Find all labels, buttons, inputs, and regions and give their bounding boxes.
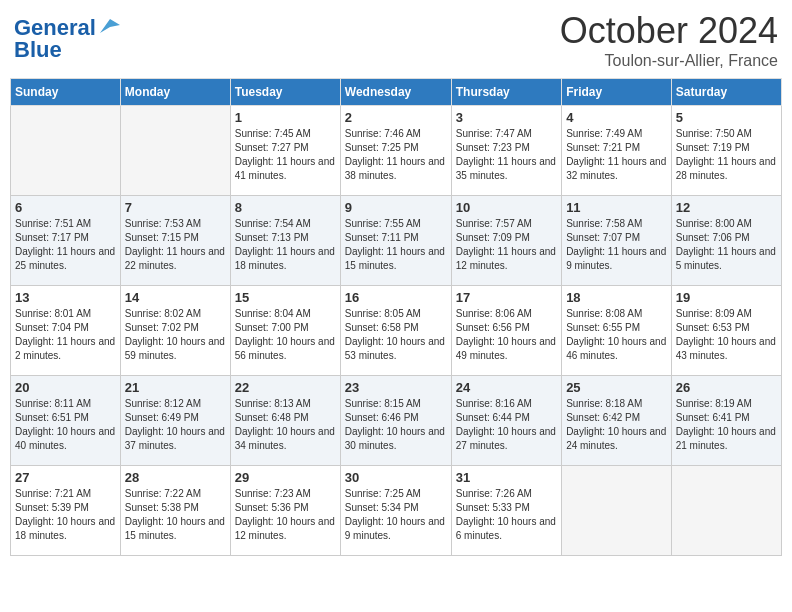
calendar-header-row: SundayMondayTuesdayWednesdayThursdayFrid…	[11, 79, 782, 106]
day-number: 15	[235, 290, 336, 305]
day-number: 10	[456, 200, 557, 215]
calendar-cell: 5Sunrise: 7:50 AMSunset: 7:19 PMDaylight…	[671, 106, 781, 196]
day-info: Sunrise: 8:09 AMSunset: 6:53 PMDaylight:…	[676, 307, 777, 363]
location: Toulon-sur-Allier, France	[560, 52, 778, 70]
day-info: Sunrise: 8:16 AMSunset: 6:44 PMDaylight:…	[456, 397, 557, 453]
day-number: 29	[235, 470, 336, 485]
calendar-cell: 7Sunrise: 7:53 AMSunset: 7:15 PMDaylight…	[120, 196, 230, 286]
calendar-cell: 30Sunrise: 7:25 AMSunset: 5:34 PMDayligh…	[340, 466, 451, 556]
day-info: Sunrise: 8:02 AMSunset: 7:02 PMDaylight:…	[125, 307, 226, 363]
day-info: Sunrise: 8:12 AMSunset: 6:49 PMDaylight:…	[125, 397, 226, 453]
day-info: Sunrise: 7:55 AMSunset: 7:11 PMDaylight:…	[345, 217, 447, 273]
calendar-cell: 8Sunrise: 7:54 AMSunset: 7:13 PMDaylight…	[230, 196, 340, 286]
calendar-cell: 26Sunrise: 8:19 AMSunset: 6:41 PMDayligh…	[671, 376, 781, 466]
day-info: Sunrise: 7:47 AMSunset: 7:23 PMDaylight:…	[456, 127, 557, 183]
calendar-week-row: 6Sunrise: 7:51 AMSunset: 7:17 PMDaylight…	[11, 196, 782, 286]
calendar-cell: 20Sunrise: 8:11 AMSunset: 6:51 PMDayligh…	[11, 376, 121, 466]
calendar-cell: 14Sunrise: 8:02 AMSunset: 7:02 PMDayligh…	[120, 286, 230, 376]
calendar-cell	[562, 466, 672, 556]
day-info: Sunrise: 7:49 AMSunset: 7:21 PMDaylight:…	[566, 127, 667, 183]
day-info: Sunrise: 8:00 AMSunset: 7:06 PMDaylight:…	[676, 217, 777, 273]
calendar-cell: 1Sunrise: 7:45 AMSunset: 7:27 PMDaylight…	[230, 106, 340, 196]
day-number: 23	[345, 380, 447, 395]
calendar-cell: 12Sunrise: 8:00 AMSunset: 7:06 PMDayligh…	[671, 196, 781, 286]
day-info: Sunrise: 8:08 AMSunset: 6:55 PMDaylight:…	[566, 307, 667, 363]
day-info: Sunrise: 8:06 AMSunset: 6:56 PMDaylight:…	[456, 307, 557, 363]
day-number: 24	[456, 380, 557, 395]
day-number: 19	[676, 290, 777, 305]
calendar-cell: 19Sunrise: 8:09 AMSunset: 6:53 PMDayligh…	[671, 286, 781, 376]
calendar-cell	[671, 466, 781, 556]
title-block: October 2024 Toulon-sur-Allier, France	[560, 10, 778, 70]
day-number: 6	[15, 200, 116, 215]
day-info: Sunrise: 7:46 AMSunset: 7:25 PMDaylight:…	[345, 127, 447, 183]
day-number: 22	[235, 380, 336, 395]
day-number: 13	[15, 290, 116, 305]
month-title: October 2024	[560, 10, 778, 52]
calendar-cell: 17Sunrise: 8:06 AMSunset: 6:56 PMDayligh…	[451, 286, 561, 376]
day-number: 1	[235, 110, 336, 125]
day-info: Sunrise: 7:57 AMSunset: 7:09 PMDaylight:…	[456, 217, 557, 273]
day-number: 30	[345, 470, 447, 485]
weekday-header-monday: Monday	[120, 79, 230, 106]
calendar-cell: 24Sunrise: 8:16 AMSunset: 6:44 PMDayligh…	[451, 376, 561, 466]
calendar-cell: 28Sunrise: 7:22 AMSunset: 5:38 PMDayligh…	[120, 466, 230, 556]
calendar-cell	[11, 106, 121, 196]
weekday-header-thursday: Thursday	[451, 79, 561, 106]
day-info: Sunrise: 7:53 AMSunset: 7:15 PMDaylight:…	[125, 217, 226, 273]
day-info: Sunrise: 7:26 AMSunset: 5:33 PMDaylight:…	[456, 487, 557, 543]
calendar-cell: 18Sunrise: 8:08 AMSunset: 6:55 PMDayligh…	[562, 286, 672, 376]
day-number: 3	[456, 110, 557, 125]
day-number: 27	[15, 470, 116, 485]
calendar-cell: 23Sunrise: 8:15 AMSunset: 6:46 PMDayligh…	[340, 376, 451, 466]
calendar-cell: 25Sunrise: 8:18 AMSunset: 6:42 PMDayligh…	[562, 376, 672, 466]
day-number: 25	[566, 380, 667, 395]
day-info: Sunrise: 7:22 AMSunset: 5:38 PMDaylight:…	[125, 487, 226, 543]
day-info: Sunrise: 7:23 AMSunset: 5:36 PMDaylight:…	[235, 487, 336, 543]
day-info: Sunrise: 8:05 AMSunset: 6:58 PMDaylight:…	[345, 307, 447, 363]
calendar-cell	[120, 106, 230, 196]
day-number: 20	[15, 380, 116, 395]
day-info: Sunrise: 8:19 AMSunset: 6:41 PMDaylight:…	[676, 397, 777, 453]
day-number: 12	[676, 200, 777, 215]
day-info: Sunrise: 8:04 AMSunset: 7:00 PMDaylight:…	[235, 307, 336, 363]
day-number: 21	[125, 380, 226, 395]
day-info: Sunrise: 8:01 AMSunset: 7:04 PMDaylight:…	[15, 307, 116, 363]
calendar-cell: 21Sunrise: 8:12 AMSunset: 6:49 PMDayligh…	[120, 376, 230, 466]
weekday-header-sunday: Sunday	[11, 79, 121, 106]
logo-bird-icon	[98, 15, 120, 37]
calendar-week-row: 27Sunrise: 7:21 AMSunset: 5:39 PMDayligh…	[11, 466, 782, 556]
day-info: Sunrise: 8:15 AMSunset: 6:46 PMDaylight:…	[345, 397, 447, 453]
day-number: 2	[345, 110, 447, 125]
day-info: Sunrise: 8:18 AMSunset: 6:42 PMDaylight:…	[566, 397, 667, 453]
day-number: 4	[566, 110, 667, 125]
calendar-cell: 29Sunrise: 7:23 AMSunset: 5:36 PMDayligh…	[230, 466, 340, 556]
day-number: 5	[676, 110, 777, 125]
day-number: 11	[566, 200, 667, 215]
page-header: General Blue October 2024 Toulon-sur-All…	[10, 10, 782, 70]
day-number: 28	[125, 470, 226, 485]
calendar-cell: 13Sunrise: 8:01 AMSunset: 7:04 PMDayligh…	[11, 286, 121, 376]
calendar-cell: 16Sunrise: 8:05 AMSunset: 6:58 PMDayligh…	[340, 286, 451, 376]
day-info: Sunrise: 7:51 AMSunset: 7:17 PMDaylight:…	[15, 217, 116, 273]
day-number: 9	[345, 200, 447, 215]
logo-text-blue: Blue	[14, 38, 120, 62]
day-number: 17	[456, 290, 557, 305]
calendar-cell: 9Sunrise: 7:55 AMSunset: 7:11 PMDaylight…	[340, 196, 451, 286]
day-info: Sunrise: 7:21 AMSunset: 5:39 PMDaylight:…	[15, 487, 116, 543]
calendar-cell: 2Sunrise: 7:46 AMSunset: 7:25 PMDaylight…	[340, 106, 451, 196]
calendar-cell: 22Sunrise: 8:13 AMSunset: 6:48 PMDayligh…	[230, 376, 340, 466]
calendar-week-row: 1Sunrise: 7:45 AMSunset: 7:27 PMDaylight…	[11, 106, 782, 196]
calendar-cell: 15Sunrise: 8:04 AMSunset: 7:00 PMDayligh…	[230, 286, 340, 376]
day-number: 18	[566, 290, 667, 305]
weekday-header-friday: Friday	[562, 79, 672, 106]
day-info: Sunrise: 7:45 AMSunset: 7:27 PMDaylight:…	[235, 127, 336, 183]
day-info: Sunrise: 7:50 AMSunset: 7:19 PMDaylight:…	[676, 127, 777, 183]
calendar-cell: 27Sunrise: 7:21 AMSunset: 5:39 PMDayligh…	[11, 466, 121, 556]
calendar-cell: 11Sunrise: 7:58 AMSunset: 7:07 PMDayligh…	[562, 196, 672, 286]
day-number: 16	[345, 290, 447, 305]
weekday-header-tuesday: Tuesday	[230, 79, 340, 106]
calendar-table: SundayMondayTuesdayWednesdayThursdayFrid…	[10, 78, 782, 556]
logo: General Blue	[14, 16, 120, 62]
day-number: 26	[676, 380, 777, 395]
